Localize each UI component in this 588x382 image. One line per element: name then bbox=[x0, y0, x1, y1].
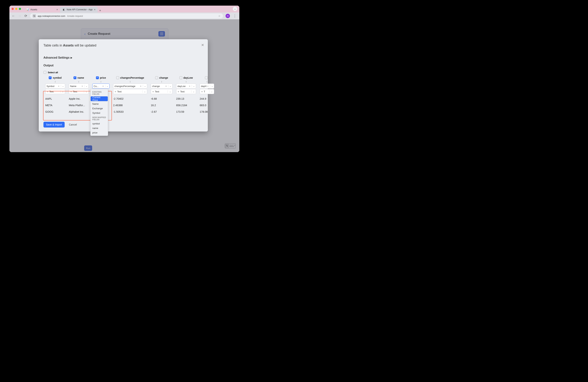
mapping-value: Cu... bbox=[94, 85, 99, 88]
chevron-down-icon[interactable]: ⌄ bbox=[191, 90, 196, 93]
type-select[interactable]: ≡Text ⌄ bbox=[176, 89, 196, 94]
type-select[interactable]: ≡Text ⌄ bbox=[45, 89, 65, 94]
maximize-icon[interactable] bbox=[19, 8, 21, 10]
chevron-down-icon[interactable]: ⌄ bbox=[61, 85, 64, 87]
mapping-select[interactable]: dayLow × ⌄ bbox=[176, 84, 196, 89]
clear-icon[interactable]: × bbox=[140, 85, 141, 88]
site-settings-icon[interactable]: ⇆ bbox=[33, 14, 36, 18]
bookmark-icon[interactable]: ☆ bbox=[218, 15, 220, 17]
column-checkbox[interactable] bbox=[179, 76, 182, 79]
mapping-select[interactable]: Name × ⌄ bbox=[69, 84, 89, 89]
select-all-checkbox[interactable] bbox=[43, 71, 46, 74]
arrow-down-icon: ↓ bbox=[151, 80, 172, 83]
tabs-overflow-button[interactable]: ⌄ bbox=[233, 7, 237, 11]
type-select[interactable]: ≡Text ⌄ bbox=[113, 89, 147, 94]
dropdown-item[interactable]: name bbox=[90, 126, 108, 130]
nav-forward-icon[interactable]: → bbox=[18, 14, 21, 18]
dropdown-item[interactable]: price bbox=[90, 130, 108, 135]
new-tab-button[interactable]: ＋ bbox=[98, 8, 103, 13]
save-import-button[interactable]: Save & Import bbox=[43, 122, 65, 128]
tab-close-icon[interactable]: × bbox=[94, 8, 95, 11]
chevron-down-icon[interactable]: ⌄ bbox=[192, 85, 195, 87]
chevron-down-icon[interactable]: ⌄ bbox=[84, 85, 87, 87]
column-checkbox[interactable] bbox=[155, 76, 158, 79]
tab-assets[interactable]: 📊 Assets × bbox=[24, 7, 60, 13]
column-checkbox[interactable] bbox=[49, 76, 52, 79]
column-checkbox[interactable] bbox=[116, 76, 119, 79]
chevron-down-icon[interactable]: ⌄ bbox=[168, 90, 172, 93]
column-label: change bbox=[159, 76, 168, 79]
type-select[interactable]: ≡T ⌄ bbox=[200, 89, 214, 94]
table-cell: 239.13 bbox=[174, 96, 198, 102]
tab-title: Assets bbox=[30, 8, 37, 11]
chevron-down-icon[interactable]: ⌄ bbox=[60, 90, 65, 93]
caret-right-icon: ▶ bbox=[71, 57, 72, 59]
clear-icon[interactable]: × bbox=[58, 85, 59, 88]
select-all-row[interactable]: Select all bbox=[43, 71, 203, 74]
dropdown-group-label: EXISTING FIELDS bbox=[90, 90, 108, 96]
window-controls bbox=[12, 8, 21, 10]
url-host: app.noteapiconnector.com bbox=[38, 15, 65, 17]
column-symbol: symbol ↓ Symbol × ⌄ ≡Text ⌄ bbox=[43, 75, 67, 96]
type-select[interactable]: ≡Text ⌄ bbox=[69, 89, 89, 94]
column-checkbox[interactable] bbox=[96, 76, 99, 79]
mapping-select[interactable]: dayH × ⌄ bbox=[200, 84, 214, 89]
close-icon[interactable] bbox=[12, 8, 14, 10]
table-cell: GOOG bbox=[43, 109, 67, 115]
tab-close-icon[interactable]: × bbox=[57, 8, 58, 11]
dropdown-item[interactable]: Exchange bbox=[90, 106, 108, 111]
clear-icon[interactable]: × bbox=[165, 85, 167, 88]
arrow-down-icon: ↓ bbox=[92, 80, 109, 83]
dropdown-item[interactable]: Current Price bbox=[90, 96, 108, 101]
table-cell: Apple Inc. bbox=[67, 96, 90, 102]
chevron-down-icon[interactable]: ⌄ bbox=[142, 90, 147, 93]
chevron-down-icon[interactable]: ⌄ bbox=[210, 85, 213, 87]
arrow-down-icon: ↓ bbox=[200, 80, 214, 83]
column-label: dayLow bbox=[183, 76, 193, 79]
chevron-down-icon[interactable]: ⌄ bbox=[168, 85, 171, 87]
dropdown-group-label: NEW MAPPED FIELDS bbox=[90, 115, 108, 121]
modal-title-bold: Assets bbox=[63, 44, 74, 47]
text-type-icon: ≡ bbox=[178, 90, 179, 93]
clear-icon[interactable]: × bbox=[207, 85, 209, 88]
column-checkbox[interactable] bbox=[74, 76, 76, 79]
mapping-select[interactable]: changesPercentage × ⌄ bbox=[113, 84, 147, 89]
mapping-select[interactable]: Cu... × ⌄ bbox=[92, 84, 109, 89]
select-all-label: Select all bbox=[48, 71, 58, 74]
text-type-icon: ≡ bbox=[115, 90, 116, 93]
minimize-icon[interactable] bbox=[15, 8, 17, 10]
mapping-select[interactable]: Symbol × ⌄ bbox=[45, 84, 65, 89]
type-select[interactable]: ≡Text ⌄ bbox=[151, 89, 172, 94]
profile-avatar[interactable]: m bbox=[226, 14, 230, 18]
text-type-icon: ≡ bbox=[70, 90, 72, 93]
arrow-down-icon: ↓ bbox=[176, 80, 196, 83]
dropdown-item[interactable]: Symbol bbox=[90, 111, 108, 115]
url-field[interactable]: ⇆ app.noteapiconnector.com/create-reques… bbox=[30, 13, 223, 19]
advanced-settings-toggle[interactable]: Advanced Settings ▶ bbox=[43, 56, 203, 59]
chevron-down-icon[interactable]: ⌄ bbox=[84, 90, 88, 93]
table-cell: -2.67 bbox=[149, 109, 174, 115]
chevron-down-icon[interactable]: ⌄ bbox=[209, 90, 214, 93]
clear-icon[interactable]: × bbox=[189, 85, 190, 88]
chevron-down-icon[interactable]: ⌄ bbox=[105, 85, 108, 87]
table-cell: 658.2184 bbox=[174, 102, 198, 109]
nav-back-icon[interactable]: ← bbox=[12, 14, 15, 18]
cancel-button[interactable]: Cancel bbox=[67, 122, 79, 128]
clear-icon[interactable]: × bbox=[102, 85, 104, 88]
dropdown-item[interactable]: symbol bbox=[90, 121, 108, 126]
mapping-select[interactable]: change × ⌄ bbox=[151, 84, 172, 89]
chevron-down-icon[interactable]: ⌄ bbox=[143, 85, 146, 87]
mapping-value: change bbox=[152, 85, 160, 88]
tab-noteapi[interactable]: ◧ Note API Connector - App × bbox=[60, 7, 98, 13]
column-checkbox[interactable] bbox=[205, 76, 208, 79]
column-dayLow: dayLow ↓ dayLow × ⌄ ≡Text ⌄ bbox=[174, 75, 198, 96]
modal-close-icon[interactable]: ✕ bbox=[201, 43, 204, 47]
table-cell: -1.50533 bbox=[111, 109, 149, 115]
mapping-value: dayLow bbox=[177, 85, 186, 88]
mapping-value: Symbol bbox=[46, 85, 54, 88]
dropdown-item[interactable]: Name bbox=[90, 102, 108, 106]
tab-favicon-icon: 📊 bbox=[26, 8, 29, 11]
clear-icon[interactable]: × bbox=[82, 85, 83, 88]
browser-menu-icon[interactable]: ⋮ bbox=[232, 14, 237, 18]
nav-reload-icon[interactable]: ⟳ bbox=[24, 14, 27, 18]
